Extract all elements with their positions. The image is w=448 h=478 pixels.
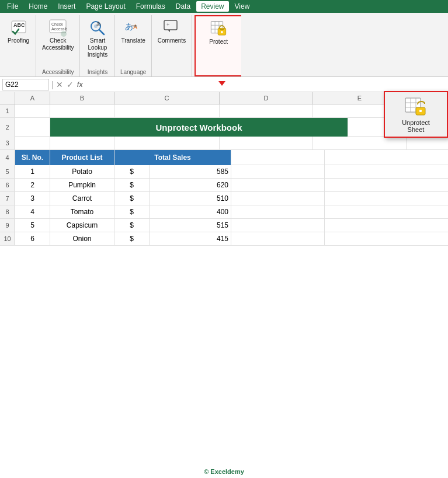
- cell-reference-box[interactable]: G22: [2, 79, 49, 90]
- cell-c9-currency[interactable]: $: [114, 219, 150, 232]
- translate-button[interactable]: あ A Translate: [119, 18, 147, 46]
- cell-c8-currency[interactable]: $: [114, 205, 150, 218]
- cell-a6[interactable]: 2: [15, 179, 50, 191]
- menu-file[interactable]: File: [2, 1, 23, 12]
- cell-a8[interactable]: 4: [15, 205, 50, 218]
- cell-a3[interactable]: [15, 137, 50, 149]
- cancel-formula-icon[interactable]: ✕: [56, 80, 63, 89]
- exceldemy-logo: © Exceldemy: [200, 467, 248, 476]
- cell-b5[interactable]: Potato: [50, 165, 114, 178]
- cell-b4-header[interactable]: Product List: [50, 150, 114, 165]
- menu-home[interactable]: Home: [24, 1, 52, 12]
- cell-a2[interactable]: [15, 118, 50, 137]
- col-header-a[interactable]: A: [15, 92, 50, 104]
- row-header-8: 8: [0, 205, 15, 218]
- cell-c10-value[interactable]: 415: [150, 232, 231, 245]
- cell-c9-value[interactable]: 515: [150, 219, 231, 232]
- language-group-label: Language: [120, 69, 147, 75]
- smart-lookup-button[interactable]: あ SmartLookupInsights: [85, 18, 110, 60]
- svg-text:Check: Check: [51, 22, 63, 26]
- row-header-3: 3: [0, 137, 15, 149]
- cell-a5[interactable]: 1: [15, 165, 50, 178]
- spreadsheet-area: A B C D E 1 2 Unprotect Workbook: [0, 92, 448, 246]
- cell-a4-header[interactable]: Sl. No.: [15, 150, 50, 165]
- cell-c6-value[interactable]: 620: [150, 179, 231, 191]
- protect-label: Protect: [209, 39, 228, 46]
- cell-a7[interactable]: 3: [15, 192, 50, 205]
- cell-d9[interactable]: [231, 219, 325, 232]
- cell-d4[interactable]: [231, 150, 325, 165]
- cell-b7[interactable]: Carrot: [50, 192, 114, 205]
- ribbon-group-insights: あ SmartLookupInsights Insights: [80, 15, 115, 76]
- unprotect-sheet-label: UnprotectSheet: [402, 119, 430, 133]
- cell-c5-value[interactable]: 585: [150, 165, 231, 178]
- col-header-c[interactable]: C: [114, 92, 220, 104]
- svg-marker-14: [168, 30, 170, 32]
- table-row: 10 6 Onion $ 415: [0, 232, 448, 246]
- cell-c10-currency[interactable]: $: [114, 232, 150, 245]
- cell-b9[interactable]: Capsicum: [50, 219, 114, 232]
- proofing-button[interactable]: ABC Proofing: [5, 18, 32, 46]
- menu-bar: File Home Insert Page Layout Formulas Da…: [0, 0, 448, 13]
- svg-text:あ: あ: [96, 21, 101, 26]
- unprotect-sheet-button[interactable]: UnprotectSheet: [385, 92, 447, 137]
- cell-c6-currency[interactable]: $: [114, 179, 150, 191]
- cell-d8[interactable]: [231, 205, 325, 218]
- cell-b3[interactable]: [50, 137, 114, 149]
- col-header-b[interactable]: B: [50, 92, 114, 104]
- comments-button[interactable]: + Comments: [155, 18, 188, 46]
- cell-d3[interactable]: [220, 137, 313, 149]
- svg-line-7: [99, 30, 104, 34]
- cell-e3[interactable]: [313, 137, 407, 149]
- cell-c7-currency[interactable]: $: [114, 192, 150, 205]
- cell-b8[interactable]: Tomato: [50, 205, 114, 218]
- row-header-4: 4: [0, 150, 15, 165]
- cell-b10[interactable]: Onion: [50, 232, 114, 245]
- col-header-d[interactable]: D: [220, 92, 313, 104]
- confirm-formula-icon[interactable]: ✓: [67, 80, 74, 89]
- ribbon-group-language: あ A Translate Language: [115, 15, 151, 76]
- corner-cell: [0, 92, 15, 104]
- comments-label: Comments: [158, 37, 186, 44]
- smart-lookup-icon: あ: [88, 19, 107, 37]
- protect-button[interactable]: Protect: [206, 19, 231, 47]
- menu-data[interactable]: Data: [171, 1, 195, 12]
- insert-function-icon[interactable]: fx: [77, 80, 83, 89]
- ribbon-content: ABC Proofing Check: [0, 13, 448, 76]
- table-row: 1: [0, 104, 448, 118]
- row-header-6: 6: [0, 179, 15, 191]
- cell-a9[interactable]: 5: [15, 219, 50, 232]
- menu-review[interactable]: Review: [196, 1, 228, 12]
- ribbon-group-protect: Protect: [195, 15, 241, 76]
- cell-c3[interactable]: [114, 137, 220, 149]
- ribbon-group-accessibility: Check Accessibility CheckAccessibility A…: [36, 15, 80, 76]
- menu-page-layout[interactable]: Page Layout: [81, 1, 130, 12]
- cell-a10[interactable]: 6: [15, 232, 50, 245]
- svg-text:+: +: [166, 22, 169, 27]
- menu-view[interactable]: View: [230, 1, 255, 12]
- cell-d6[interactable]: [231, 179, 325, 191]
- cell-b6[interactable]: Pumpkin: [50, 179, 114, 191]
- cell-c1[interactable]: [114, 104, 220, 117]
- cell-d7[interactable]: [231, 192, 325, 205]
- table-row: 4 Sl. No. Product List Total Sales: [0, 150, 448, 165]
- menu-insert[interactable]: Insert: [53, 1, 80, 12]
- svg-text:ABC: ABC: [13, 22, 25, 28]
- cell-c7-value[interactable]: 510: [150, 192, 231, 205]
- accessibility-button[interactable]: Check Accessibility CheckAccessibility: [40, 18, 76, 53]
- table-row: 8 4 Tomato $ 400: [0, 205, 448, 219]
- insights-group-label: Insights: [88, 69, 107, 75]
- cell-a1[interactable]: [15, 104, 50, 117]
- cell-c8-value[interactable]: 400: [150, 205, 231, 218]
- row-header-2: 2: [0, 118, 15, 137]
- cell-d5[interactable]: [231, 165, 325, 178]
- formula-input[interactable]: [85, 79, 446, 90]
- menu-formulas[interactable]: Formulas: [131, 1, 170, 12]
- cell-d1[interactable]: [220, 104, 313, 117]
- cell-d10[interactable]: [231, 232, 325, 245]
- ribbon-group-comments: + Comments: [152, 15, 192, 76]
- cell-b1[interactable]: [50, 104, 114, 117]
- cell-c4-header[interactable]: Total Sales: [114, 150, 231, 165]
- svg-rect-23: [221, 31, 223, 33]
- cell-c5-currency[interactable]: $: [114, 165, 150, 178]
